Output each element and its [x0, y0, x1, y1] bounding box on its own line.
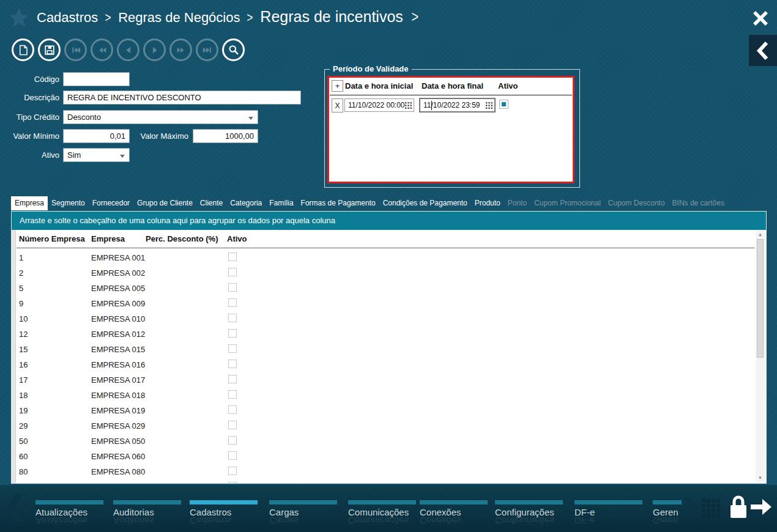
menu-item-conexoes[interactable]: Conexões Conexões — [420, 500, 488, 526]
menu-item-cargas[interactable]: Cargas Cargas — [269, 500, 337, 526]
breadcrumb-item[interactable]: Regras de Negócios — [118, 10, 240, 26]
col-header-empresa[interactable]: Empresa — [91, 234, 125, 243]
favorite-star-icon[interactable] — [7, 6, 31, 30]
ativo-checkbox[interactable] — [228, 253, 237, 261]
tab-familia[interactable]: Família — [266, 196, 297, 210]
descricao-input[interactable]: REGRA DE INCENTIVO DESCONTO — [63, 91, 301, 105]
menu-scroll-right-icon[interactable]: ❯ — [682, 494, 699, 519]
table-row[interactable]: 1EMPRESA 001 — [17, 250, 754, 265]
tipo-credito-select[interactable]: Desconto — [63, 110, 258, 124]
menu-label-reflection: Configurações — [495, 515, 563, 526]
table-row[interactable]: 60EMPRESA 060 — [17, 449, 754, 464]
table-row[interactable]: 50EMPRESA 050 — [17, 434, 754, 449]
menu-item-atualizacoes[interactable]: Atualizações Atualizações — [35, 500, 103, 526]
valor-minimo-input[interactable]: 0,01 — [63, 129, 130, 143]
ativo-select[interactable]: Sim — [63, 148, 130, 162]
menu-item-configuracoes[interactable]: Configurações Configurações — [495, 500, 563, 526]
table-row[interactable]: 16EMPRESA 016 — [17, 357, 754, 372]
new-record-button[interactable] — [12, 39, 34, 61]
tab-cliente[interactable]: Cliente — [196, 196, 226, 210]
ativo-checkbox[interactable] — [228, 314, 237, 322]
codigo-input[interactable] — [63, 72, 130, 86]
tab-grupo-de-cliente[interactable]: Grupo de Cliente — [133, 196, 196, 210]
date-picker-grid-icon[interactable] — [405, 102, 412, 109]
scroll-down-icon[interactable]: ▼ — [756, 474, 765, 482]
menu-item-auditorias[interactable]: Auditorias Auditorias — [113, 500, 181, 526]
cell-empresa: EMPRESA 080 — [91, 467, 145, 476]
lock-icon[interactable] — [729, 494, 748, 520]
col-header-numero-empresa[interactable]: Número Empresa — [19, 234, 85, 243]
breadcrumb-item[interactable]: Cadastros — [37, 10, 98, 26]
table-row[interactable]: 19EMPRESA 019 — [17, 403, 754, 418]
search-button[interactable] — [222, 39, 245, 61]
table-row[interactable]: 18EMPRESA 018 — [17, 388, 754, 403]
codigo-label: Código — [4, 75, 59, 84]
cell-empresa: EMPRESA 009 — [91, 299, 145, 308]
app-grid-icon[interactable] — [702, 499, 720, 517]
new-document-icon — [18, 45, 29, 56]
col-header-perc-desconto[interactable]: Perc. Desconto (%) — [146, 234, 218, 243]
table-row[interactable]: 80EMPRESA 080 — [17, 464, 754, 479]
table-row[interactable]: 9EMPRESA 009 — [17, 296, 754, 311]
next-icon — [149, 45, 160, 56]
table-row[interactable]: 2EMPRESA 002 — [17, 265, 754, 281]
ativo-checkbox[interactable] — [228, 344, 237, 353]
scrollbar-thumb[interactable] — [757, 239, 764, 358]
table-row[interactable]: 12EMPRESA 012 — [17, 327, 754, 342]
cell-empresa: EMPRESA 001 — [91, 253, 145, 262]
ativo-checkbox[interactable] — [228, 451, 237, 460]
ativo-checkbox[interactable] — [228, 268, 237, 276]
ativo-checkbox[interactable] — [228, 375, 237, 383]
data-hora-inicial-input[interactable]: 11/10/2022 00:00 — [344, 98, 414, 112]
menu-label-reflection: Conexões — [420, 515, 488, 526]
menu-item-gerencial[interactable]: Geren Geren — [653, 500, 682, 526]
nav-first-button — [64, 39, 87, 61]
save-button[interactable] — [38, 39, 61, 61]
table-row[interactable]: 17EMPRESA 017 — [17, 372, 754, 388]
table-row[interactable]: 15EMPRESA 015 — [17, 342, 754, 357]
collapse-panel-button[interactable] — [749, 35, 777, 66]
table-row-partial[interactable] — [17, 479, 754, 483]
menu-item-cadastros[interactable]: Cadastros Cadastros — [190, 500, 258, 526]
date-picker-grid-icon[interactable] — [486, 102, 493, 109]
empresa-grid: Número Empresa Empresa Perc. Desconto (%… — [12, 230, 766, 483]
cell-empresa: EMPRESA 017 — [91, 375, 145, 385]
group-by-banner[interactable]: Arraste e solte o cabeçalho de uma colun… — [12, 212, 766, 230]
delete-period-button[interactable]: X — [332, 98, 343, 113]
table-row[interactable]: 10EMPRESA 010 — [17, 311, 754, 327]
menu-scroll-left-icon[interactable]: ❮ — [3, 490, 26, 521]
periodo-ativo-checkbox[interactable] — [499, 100, 508, 109]
ativo-checkbox[interactable] — [228, 482, 237, 483]
ativo-checkbox[interactable] — [228, 421, 237, 429]
data-hora-final-input[interactable]: 11/10/2022 23:59 — [419, 98, 496, 113]
exit-arrow-icon[interactable] — [749, 497, 773, 517]
close-icon[interactable] — [751, 9, 770, 28]
ativo-checkbox[interactable] — [228, 436, 237, 445]
tab-condicoes-de-pagamento[interactable]: Condições de Pagamento — [379, 196, 471, 210]
breadcrumb-item-current[interactable]: Regras de incentivos — [260, 8, 403, 26]
ativo-checkbox[interactable] — [228, 329, 237, 338]
tab-categoria[interactable]: Categoria — [226, 196, 266, 210]
col-header-ativo[interactable]: Ativo — [227, 234, 247, 243]
tab-formas-de-pagamento[interactable]: Formas de Pagamento — [297, 196, 379, 210]
ativo-checkbox[interactable] — [228, 467, 237, 475]
scroll-up-icon[interactable]: ▲ — [756, 231, 765, 238]
ativo-checkbox[interactable] — [228, 360, 237, 368]
periodo-validade-title: Período de Validade — [330, 64, 412, 73]
periodo-col-inicio: Data e hora inicial — [345, 81, 413, 91]
table-row[interactable]: 5EMPRESA 005 — [17, 281, 754, 296]
tab-produto[interactable]: Produto — [471, 196, 504, 210]
vertical-scrollbar[interactable]: ▲ ▼ — [756, 231, 765, 482]
valor-maximo-input[interactable]: 1000,00 — [193, 129, 258, 143]
ativo-checkbox[interactable] — [228, 390, 237, 399]
ativo-checkbox[interactable] — [228, 298, 237, 307]
ativo-checkbox[interactable] — [228, 283, 237, 292]
tab-empresa[interactable]: Empresa — [11, 196, 48, 210]
menu-item-comunicacoes[interactable]: Comunicações Comunicações — [348, 500, 416, 526]
menu-item-dfe[interactable]: DF-e DF-e — [574, 500, 642, 526]
add-period-button[interactable]: + — [332, 80, 343, 92]
ativo-checkbox[interactable] — [228, 405, 237, 414]
tab-fornecedor[interactable]: Fornecedor — [89, 196, 133, 210]
tab-segmento[interactable]: Segmento — [48, 196, 89, 210]
table-row[interactable]: 29EMPRESA 029 — [17, 418, 754, 434]
